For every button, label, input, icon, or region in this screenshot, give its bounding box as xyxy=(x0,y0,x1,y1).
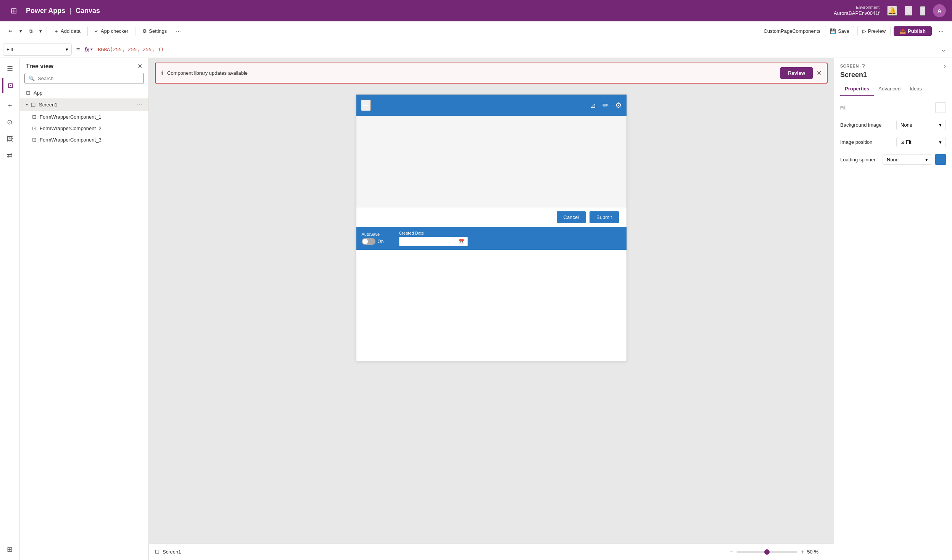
toolbar-separator-3 xyxy=(135,27,135,36)
top-bar-left: ⊞ Power Apps | Canvas xyxy=(6,3,100,18)
canvas-area: ℹ Component library updates available Re… xyxy=(149,58,834,560)
top-bar: ⊞ Power Apps | Canvas Environment Aurora… xyxy=(0,0,952,21)
app-title: Power Apps | Canvas xyxy=(26,7,100,15)
toggle-track[interactable] xyxy=(362,238,375,245)
component-icon-1: ⊡ xyxy=(32,114,37,120)
copy-dropdown[interactable]: ▾ xyxy=(38,26,43,36)
settings-button[interactable]: ⚙ Settings xyxy=(139,26,171,36)
app-footer: AutoSave On Created Date 📅 xyxy=(356,227,627,250)
extensions-button[interactable]: ⊞ xyxy=(2,542,18,557)
fx-chevron-icon: ▾ xyxy=(90,47,92,51)
save-button[interactable]: 💾 Save xyxy=(825,26,854,36)
tree-item-fw2[interactable]: ⊡ FormWrapperComponent_2 xyxy=(20,122,148,134)
media-button[interactable]: 🖼 xyxy=(2,131,18,146)
image-position-label: Image position xyxy=(840,139,873,145)
save-icon: 💾 xyxy=(830,28,836,34)
created-date-label: Created Date xyxy=(399,231,468,235)
tab-advanced[interactable]: Advanced xyxy=(874,82,905,96)
app-submit-button[interactable]: Submit xyxy=(590,211,619,223)
variables-button[interactable]: ⇄ xyxy=(2,148,18,163)
settings-icon[interactable]: ⚙ xyxy=(905,6,912,16)
filter-icon[interactable]: ⊿ xyxy=(590,101,596,110)
settings-icon[interactable]: ⚙ xyxy=(615,101,622,110)
search-input[interactable] xyxy=(38,76,140,81)
notification-close-button[interactable]: ✕ xyxy=(817,69,822,77)
image-position-dropdown[interactable]: ⊡ Fit ▾ xyxy=(896,137,946,147)
zoom-in-button[interactable]: + xyxy=(801,549,804,555)
panel-help-icon[interactable]: ? xyxy=(862,63,865,69)
zoom-out-button[interactable]: − xyxy=(730,549,733,555)
property-select[interactable]: Fill ▾ xyxy=(3,43,72,56)
app-content xyxy=(356,116,627,208)
info-icon: ℹ xyxy=(161,69,163,77)
tree-item-screen1[interactable]: ▾ ☐ Screen1 ⋯ xyxy=(20,98,148,111)
more-options-button[interactable]: ⋯ xyxy=(172,26,185,36)
edit-icon[interactable]: ✏ xyxy=(602,101,609,110)
loading-spinner-dropdown[interactable]: None ▾ xyxy=(883,154,932,165)
help-icon[interactable]: ? xyxy=(920,6,925,16)
app-back-button[interactable]: ← xyxy=(361,100,371,111)
search-icon: 🔍 xyxy=(29,76,35,81)
preview-button[interactable]: ▷ Preview xyxy=(857,26,891,36)
screen-indicator: ☐ Screen1 xyxy=(155,549,181,555)
data-button[interactable]: ⊙ xyxy=(2,114,18,130)
zoom-controls: − + 50 % ⛶ xyxy=(730,549,828,555)
tab-properties[interactable]: Properties xyxy=(840,82,874,96)
layers-button[interactable]: ⊡ xyxy=(2,78,18,93)
tree-item-screen1-label: Screen1 xyxy=(39,102,57,108)
fx-button[interactable]: fx ▾ xyxy=(84,47,92,53)
zoom-value: 50 % xyxy=(807,549,818,555)
insert-button[interactable]: ＋ xyxy=(2,98,18,113)
review-button[interactable]: Review xyxy=(780,67,813,79)
tab-ideas[interactable]: Ideas xyxy=(905,82,926,96)
autosave-label: AutoSave xyxy=(362,232,384,237)
panel-collapse-button[interactable]: › xyxy=(944,63,946,69)
zoom-slider[interactable] xyxy=(736,551,797,553)
add-icon: ＋ xyxy=(54,28,59,35)
formula-input[interactable]: RGBA(255, 255, 255, 1) xyxy=(95,47,938,52)
component-icon-3: ⊡ xyxy=(32,137,37,143)
tree-close-button[interactable]: ✕ xyxy=(137,63,142,70)
waffle-button[interactable]: ⊞ xyxy=(6,3,21,18)
app-checker-button[interactable]: ✓ App checker xyxy=(91,26,132,36)
dropdown-chevron-icon: ▾ xyxy=(939,122,942,128)
sidebar-icons: ☰ ⊡ ＋ ⊙ 🖼 ⇄ ⊞ xyxy=(0,58,20,560)
fullscreen-button[interactable]: ⛶ xyxy=(822,549,828,555)
toolbar: ↩ ▾ ⧉ ▾ ＋ Add data ✓ App checker ⚙ Setti… xyxy=(0,21,952,41)
date-input[interactable]: 📅 xyxy=(399,237,468,246)
screen1-more-icon[interactable]: ⋯ xyxy=(136,101,142,108)
toggle-label: On xyxy=(378,239,384,244)
zoom-thumb xyxy=(764,549,770,555)
undo-dropdown[interactable]: ▾ xyxy=(18,26,24,36)
equals-sign: = xyxy=(75,46,81,53)
canvas-viewport: ← ⊿ ✏ ⚙ Cancel Submit xyxy=(149,87,834,543)
autosave-toggle[interactable]: On xyxy=(362,238,384,245)
app-cancel-button[interactable]: Cancel xyxy=(557,211,586,223)
avatar[interactable]: A xyxy=(933,4,946,17)
tree-item-fw3[interactable]: ⊡ FormWrapperComponent_3 xyxy=(20,134,148,145)
fill-color-swatch[interactable] xyxy=(935,102,946,113)
loading-spinner-color[interactable] xyxy=(935,154,946,165)
hamburger-button[interactable]: ☰ xyxy=(2,61,18,76)
undo-button[interactable]: ↩ xyxy=(5,26,16,36)
tree-item-fw1[interactable]: ⊡ FormWrapperComponent_1 xyxy=(20,111,148,122)
toolbar-separator-1 xyxy=(47,27,47,36)
calendar-icon[interactable]: 📅 xyxy=(459,239,464,244)
publish-button[interactable]: 📤 Publish xyxy=(894,26,932,36)
add-data-button[interactable]: ＋ Add data xyxy=(50,26,84,37)
formula-expand-icon[interactable]: ⌄ xyxy=(941,46,949,53)
toolbar-more-button[interactable]: ⋯ xyxy=(935,26,947,36)
notification-icon[interactable]: 🔔 xyxy=(887,6,897,16)
right-panel: SCREEN ? › Screen1 Properties Advanced I… xyxy=(834,58,952,560)
fill-value xyxy=(935,102,946,113)
background-image-dropdown[interactable]: None ▾ xyxy=(896,120,946,130)
screen-icon: ☐ xyxy=(31,102,36,108)
tree-items: ⊡ App ▾ ☐ Screen1 ⋯ ⊡ FormWrapperCompone… xyxy=(20,87,148,560)
background-image-row: Background image None ▾ xyxy=(840,120,946,130)
tree-search[interactable]: 🔍 xyxy=(24,73,144,84)
top-bar-right: Environment AuroraBAPEnv0041f 🔔 ⚙ ? A xyxy=(834,4,946,17)
right-panel-content: Fill Background image None ▾ Image posit… xyxy=(834,96,952,560)
copy-button[interactable]: ⧉ xyxy=(25,26,36,36)
tree-item-app[interactable]: ⊡ App xyxy=(20,87,148,98)
component-icon-2: ⊡ xyxy=(32,125,37,131)
